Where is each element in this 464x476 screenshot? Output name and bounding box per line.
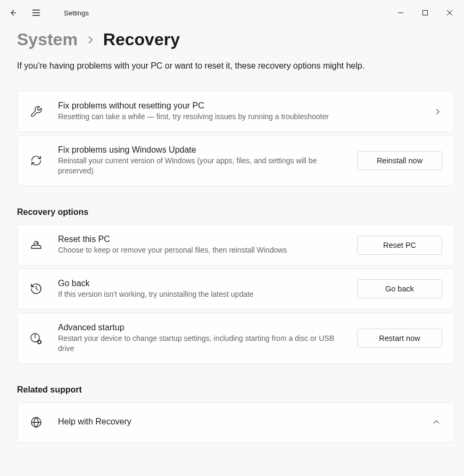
content: System Recovery If you're having problem…: [0, 26, 464, 442]
advanced-startup-card: Advanced startup Restart your device to …: [17, 313, 454, 364]
reinstall-now-button[interactable]: Reinstall now: [357, 151, 442, 170]
card-text: Reset this PC Choose to keep or remove y…: [58, 235, 342, 255]
hamburger-icon: [32, 9, 40, 16]
titlebar: Settings: [0, 0, 464, 26]
reset-pc-icon: [29, 238, 43, 252]
card-desc: Choose to keep or remove your personal f…: [58, 245, 342, 255]
breadcrumb-parent[interactable]: System: [17, 30, 78, 49]
chevron-right-icon: [433, 108, 442, 115]
troubleshooter-card[interactable]: Fix problems without resetting your PC R…: [17, 91, 454, 132]
reset-pc-button[interactable]: Reset PC: [357, 236, 442, 255]
help-with-recovery-card[interactable]: Help with Recovery: [17, 402, 454, 442]
card-text: Help with Recovery: [58, 417, 416, 428]
svg-rect-0: [423, 11, 428, 15]
globe-icon: [29, 415, 43, 429]
back-button[interactable]: [2, 2, 23, 23]
wrench-icon: [29, 105, 43, 119]
card-title: Fix problems using Windows Update: [58, 145, 342, 155]
power-gear-icon: [29, 331, 43, 345]
card-title: Go back: [58, 279, 342, 288]
menu-button[interactable]: [26, 2, 47, 23]
chevron-up-icon: [430, 420, 442, 425]
recovery-options-header: Recovery options: [17, 207, 454, 217]
window-controls: [388, 4, 462, 21]
close-icon: [447, 10, 452, 15]
card-text: Advanced startup Restart your device to …: [58, 323, 342, 354]
maximize-button[interactable]: [413, 4, 437, 21]
card-title: Help with Recovery: [58, 417, 416, 427]
fix-problems-group: Fix problems without resetting your PC R…: [17, 91, 454, 186]
chevron-right-icon: [87, 36, 94, 44]
card-text: Go back If this version isn't working, t…: [58, 279, 342, 299]
card-title: Reset this PC: [58, 235, 342, 244]
arrow-left-icon: [9, 9, 17, 17]
card-desc: If this version isn't working, try unins…: [58, 289, 342, 299]
breadcrumb: System Recovery: [17, 30, 454, 49]
intro-text: If you're having problems with your PC o…: [17, 60, 454, 72]
breadcrumb-current: Recovery: [103, 30, 180, 49]
card-title: Fix problems without resetting your PC: [58, 101, 418, 111]
titlebar-left: Settings: [2, 2, 89, 23]
go-back-button[interactable]: Go back: [357, 279, 442, 298]
card-desc: Resetting can take a while — first, try …: [58, 112, 418, 122]
maximize-icon: [422, 10, 428, 15]
card-desc: Reinstall your current version of Window…: [58, 156, 342, 176]
recovery-options-group: Reset this PC Choose to keep or remove y…: [17, 224, 454, 364]
minimize-icon: [398, 10, 403, 15]
card-text: Fix problems using Windows Update Reinst…: [58, 145, 342, 176]
history-icon: [29, 282, 43, 296]
restart-now-button[interactable]: Restart now: [357, 329, 442, 348]
card-text: Fix problems without resetting your PC R…: [58, 101, 418, 122]
card-title: Advanced startup: [58, 323, 342, 332]
go-back-card: Go back If this version isn't working, t…: [17, 269, 454, 310]
windows-update-fix-card: Fix problems using Windows Update Reinst…: [17, 135, 454, 186]
related-support-group: Help with Recovery: [17, 402, 454, 442]
reset-pc-card: Reset this PC Choose to keep or remove y…: [17, 224, 454, 265]
card-desc: Restart your device to change startup se…: [58, 333, 342, 354]
minimize-button[interactable]: [388, 4, 413, 21]
refresh-icon: [29, 154, 43, 168]
app-title: Settings: [64, 9, 89, 17]
close-button[interactable]: [437, 4, 462, 21]
related-support-header: Related support: [17, 385, 454, 395]
